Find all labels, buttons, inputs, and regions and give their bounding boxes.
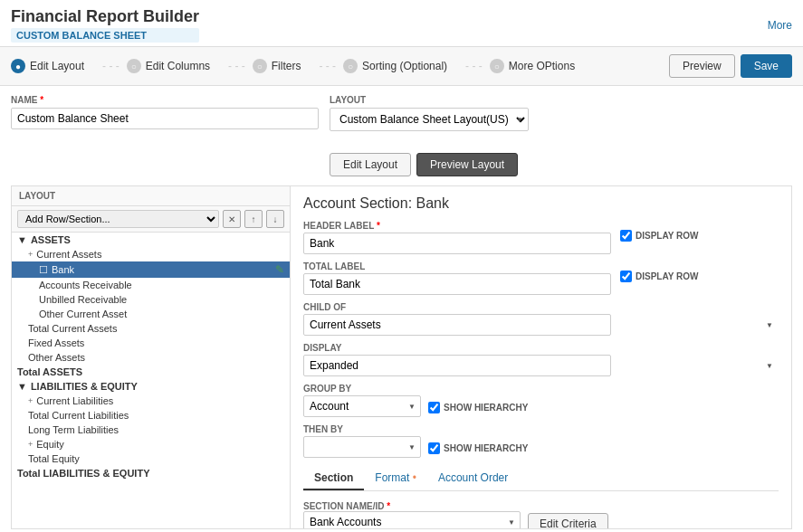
tab-format[interactable]: Format • [364, 467, 427, 490]
tree-item-liabilities-equity[interactable]: ▼ LIABILITIES & EQUITY [12, 379, 290, 394]
tabs-row: Section Format • Account Order [303, 467, 779, 491]
layout-select[interactable]: Custom Balance Sheet Layout(US) [330, 108, 529, 131]
current-liabilities-expand-icon: + [28, 396, 33, 405]
child-of-group: CHILD OF Current Assets [303, 302, 779, 336]
header-display-row-checkbox[interactable] [620, 230, 632, 242]
child-of-select[interactable]: Current Assets [303, 314, 611, 336]
move-down-icon-btn[interactable]: ↓ [266, 210, 284, 228]
then-by-select[interactable] [303, 436, 421, 458]
tree-item-total-equity[interactable]: Total Equity [12, 451, 290, 466]
move-up-icon-btn[interactable]: ↑ [244, 210, 263, 228]
display-label: DISPLAY [303, 343, 779, 353]
total-label-row: TOTAL LABEL DISPLAY ROW [303, 261, 779, 295]
child-of-label: CHILD OF [303, 302, 779, 312]
app-title: Financial Report Builder [11, 7, 199, 26]
name-group: NAME * [11, 95, 319, 129]
wizard-bar: ● Edit Layout - - - ○ Edit Columns - - -… [0, 47, 803, 86]
total-display-row-checkbox[interactable] [620, 271, 632, 282]
edit-criteria-button[interactable]: Edit Criteria [528, 513, 608, 528]
save-button[interactable]: Save [741, 54, 792, 78]
sep3: - - - [319, 60, 336, 72]
tree-item-total-liabilities-equity[interactable]: Total LIABILITIES & EQUITY [12, 466, 290, 480]
tree-item-equity[interactable]: + Equity [12, 437, 290, 451]
section-name-select[interactable]: Bank Accounts [303, 511, 521, 529]
tree-item-accounts-receivable[interactable]: Accounts Receivable [12, 278, 290, 292]
tree-item-total-assets[interactable]: Total ASSETS [12, 365, 290, 379]
wizard-step-more-options[interactable]: ○ More OPtions [490, 59, 575, 73]
layout-label: LAYOUT [330, 95, 529, 105]
wizard-label-edit-layout: Edit Layout [30, 60, 84, 72]
wizard-step-sorting[interactable]: ○ Sorting (Optional) [343, 59, 447, 73]
edit-layout-button[interactable]: Edit Layout [330, 153, 411, 176]
right-panel: Account Section: Bank HEADER LABEL * DIS… [291, 186, 791, 528]
group-by-row: GROUP BY Account SHOW HIERARCHY [303, 384, 779, 417]
total-display-row-label: DISPLAY ROW [620, 271, 698, 282]
tree-item-fixed-assets[interactable]: Fixed Assets [12, 336, 290, 350]
display-group: DISPLAY Expanded [303, 343, 779, 376]
tree-item-total-current-liabilities[interactable]: Total Current Liabilities [12, 408, 290, 423]
wizard-dot-edit-layout: ● [11, 59, 25, 73]
total-label-group: TOTAL LABEL [303, 261, 611, 295]
wizard-label-sorting: Sorting (Optional) [362, 60, 447, 72]
current-assets-expand-icon: + [28, 250, 33, 259]
tab-account-order[interactable]: Account Order [427, 467, 519, 490]
wizard-step-edit-columns[interactable]: ○ Edit Columns [127, 59, 210, 73]
tree-item-assets[interactable]: ▼ ASSETS [12, 233, 290, 247]
body-row: LAYOUT Add Row/Section... ✕ ↑ ↓ ▼ ASSETS… [11, 185, 792, 529]
header-label-group: HEADER LABEL * [303, 221, 611, 254]
section-name-label: SECTION NAME/ID * [303, 501, 521, 511]
sep4: - - - [465, 60, 483, 72]
wizard-dot-filters: ○ [253, 59, 267, 73]
sep1: - - - [102, 60, 119, 72]
add-row-select[interactable]: Add Row/Section... [17, 210, 219, 228]
tab-section[interactable]: Section [303, 467, 364, 490]
app-subtitle: CUSTOM BALANCE SHEET [11, 28, 199, 43]
tree-item-long-term-liabilities[interactable]: Long Term Liabilities [12, 423, 290, 437]
header-label-input[interactable] [303, 233, 611, 254]
group-by-select-wrapper: Account [303, 395, 421, 417]
tree-item-other-current-asset[interactable]: Other Current Asset [12, 307, 290, 321]
name-input[interactable] [11, 108, 319, 129]
tree-item-current-assets[interactable]: + Current Assets [12, 247, 290, 261]
wizard-label-more-options: More OPtions [509, 60, 575, 72]
tree-item-bank[interactable]: ☐ Bank ✎ [12, 261, 290, 278]
section-name-group: SECTION NAME/ID * Bank Accounts [303, 501, 521, 529]
section-name-select-wrapper: Bank Accounts [303, 511, 521, 529]
more-link[interactable]: More [768, 19, 792, 32]
display-select[interactable]: Expanded [303, 355, 611, 376]
display-select-wrapper: Expanded [303, 355, 779, 376]
wizard-dot-more-options: ○ [490, 59, 504, 73]
layout-select-wrapper: LAYOUT Custom Balance Sheet Layout(US) [330, 95, 529, 131]
then-by-select-wrapper [303, 436, 421, 458]
bank-edit-icon[interactable]: ✎ [275, 263, 284, 276]
top-form-row: NAME * LAYOUT Custom Balance Sheet Layou… [11, 95, 792, 176]
tree-item-unbilled-receivable[interactable]: Unbilled Receivable [12, 292, 290, 307]
delete-icon-btn[interactable]: ✕ [223, 210, 241, 228]
tree-container: ▼ ASSETS + Current Assets ☐ Bank ✎ Accou… [12, 233, 290, 528]
section-title: Account Section: Bank [303, 195, 779, 212]
show-hierarchy-2-checkbox[interactable] [428, 442, 440, 454]
layout-toolbar: Add Row/Section... ✕ ↑ ↓ [12, 206, 290, 233]
preview-button[interactable]: Preview [669, 54, 735, 78]
show-hierarchy-1-checkbox[interactable] [428, 402, 440, 413]
wizard-step-edit-layout[interactable]: ● Edit Layout [11, 59, 84, 73]
header-label-title: HEADER LABEL * [303, 221, 611, 231]
assets-expand-icon: ▼ [17, 234, 27, 245]
header-display-row-label: DISPLAY ROW [620, 230, 698, 242]
main-content: NAME * LAYOUT Custom Balance Sheet Layou… [0, 86, 803, 532]
wizard-actions: Preview Save [669, 54, 792, 78]
group-by-select[interactable]: Account [303, 395, 421, 417]
tree-item-other-assets[interactable]: Other Assets [12, 350, 290, 365]
total-label-input[interactable] [303, 273, 611, 295]
preview-layout-button[interactable]: Preview Layout [416, 153, 518, 176]
tree-item-total-current-assets[interactable]: Total Current Assets [12, 321, 290, 336]
group-by-group: GROUP BY Account [303, 384, 421, 417]
total-label-title: TOTAL LABEL [303, 261, 611, 271]
sep2: - - - [228, 60, 245, 72]
then-by-label: THEN BY [303, 424, 421, 434]
tree-item-current-liabilities[interactable]: + Current Liabilities [12, 394, 290, 408]
wizard-step-filters[interactable]: ○ Filters [253, 59, 301, 73]
then-by-row: THEN BY SHOW HIERARCHY [303, 424, 779, 458]
wizard-dot-sorting: ○ [343, 59, 358, 73]
wizard-label-edit-columns: Edit Columns [146, 60, 210, 72]
